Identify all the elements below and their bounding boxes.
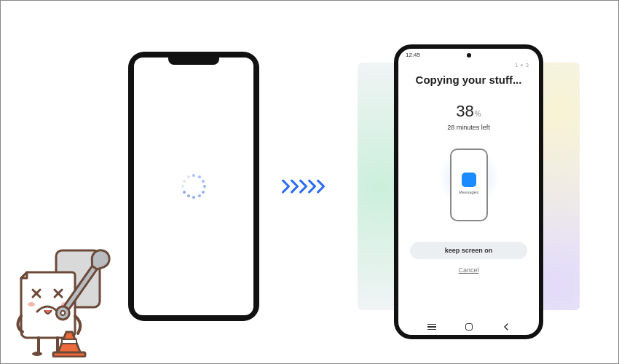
spinner-dot	[192, 174, 195, 177]
keep-screen-on-button[interactable]: keep screen on	[410, 242, 527, 259]
svg-point-5	[28, 302, 35, 306]
spinner-dot	[183, 180, 186, 183]
spinner-dot	[202, 180, 205, 183]
loading-spinner-icon: // placeholder; dots generated below via…	[181, 174, 206, 199]
progress-value: 38	[456, 102, 473, 120]
chevron-right-icon	[316, 179, 326, 194]
spinner-dot	[202, 191, 205, 194]
status-bar: 12:45	[398, 49, 539, 58]
nav-bar	[398, 317, 539, 335]
time-remaining: 28 minutes left	[398, 124, 539, 131]
nav-recent-icon[interactable]	[427, 324, 436, 331]
spinner-dot	[198, 175, 201, 178]
step-indicator: 1 3	[398, 58, 539, 69]
target-phone-screen: 12:45 1 3 Copying your stuff... 38% 28 m…	[398, 49, 539, 335]
progress-unit: %	[475, 110, 481, 118]
transfer-illustration: Messages	[433, 141, 505, 229]
spinner-dot	[181, 185, 184, 188]
page-title: Copying your stuff...	[398, 74, 539, 86]
spinner-dot	[203, 185, 206, 188]
spinner-dot	[192, 196, 195, 199]
source-phone-notch	[168, 58, 219, 65]
source-phone-screen: // placeholder; dots generated below via…	[134, 58, 253, 315]
spinner-dot	[198, 194, 201, 197]
target-phone: 12:45 1 3 Copying your stuff... 38% 28 m…	[394, 44, 543, 339]
mini-phone-icon: Messages	[450, 149, 488, 221]
source-phone: // placeholder; dots generated below via…	[128, 52, 259, 321]
svg-rect-11	[62, 339, 76, 344]
error-mascot-illustration	[7, 245, 134, 357]
svg-point-9	[32, 352, 42, 356]
progress-percent: 38%	[398, 102, 539, 121]
status-time: 12:45	[406, 52, 420, 58]
svg-rect-12	[53, 352, 85, 357]
messages-icon	[462, 173, 476, 187]
spinner-dot	[187, 175, 190, 178]
step-dot	[521, 64, 523, 66]
nav-back-icon[interactable]	[502, 323, 510, 331]
cancel-link[interactable]: Cancel	[398, 266, 539, 274]
spinner-dot	[187, 194, 190, 197]
transfer-item-label: Messages	[459, 190, 478, 195]
nav-home-icon[interactable]	[465, 323, 473, 331]
step-total: 3	[526, 63, 529, 68]
spinner-dot	[183, 191, 186, 194]
step-current: 1	[515, 63, 518, 68]
camera-punch-hole	[467, 53, 471, 58]
transfer-arrows	[281, 179, 325, 194]
